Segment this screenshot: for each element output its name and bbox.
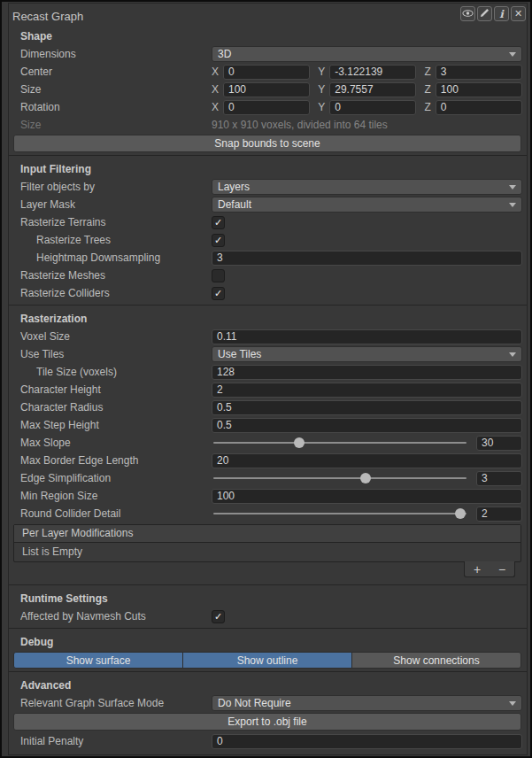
dropdown-arrow-icon <box>509 203 516 207</box>
min-region-size-field[interactable]: 100 <box>212 489 522 504</box>
remove-item-button[interactable]: − <box>498 563 505 576</box>
check-icon: ✓ <box>214 218 222 228</box>
max-border-edge-length-row: Max Border Edge Length 20 <box>9 452 527 469</box>
slider-handle[interactable] <box>455 508 466 519</box>
axis-z-label: Z <box>424 101 435 113</box>
voxel-size-label: Voxel Size <box>20 330 212 343</box>
character-radius-row: Character Radius 0.5 <box>9 398 527 416</box>
character-radius-field[interactable]: 0.5 <box>212 400 522 415</box>
section-divider <box>9 155 527 156</box>
rasterize-colliders-checkbox[interactable]: ✓ <box>212 287 225 300</box>
edge-simplification-value-field[interactable]: 3 <box>476 471 522 486</box>
character-height-label: Character Height <box>20 383 212 396</box>
edge-simplification-label: Edge Simplification <box>20 472 212 484</box>
visibility-toggle-button[interactable] <box>460 6 475 21</box>
rotation-label: Rotation <box>20 101 212 113</box>
section-heading-rasterization: Rasterization <box>9 308 527 328</box>
rasterize-meshes-row: Rasterize Meshes <box>9 267 527 284</box>
eye-icon <box>462 8 474 20</box>
max-slope-slider[interactable] <box>212 436 468 450</box>
max-border-edge-length-label: Max Border Edge Length <box>20 454 212 467</box>
voxel-info-row: Size 910 x 910 voxels, divided into 64 t… <box>9 116 527 134</box>
character-height-field[interactable]: 2 <box>212 383 522 398</box>
rasterize-meshes-label: Rasterize Meshes <box>20 269 212 282</box>
show-connections-button[interactable]: Show connections <box>351 652 521 669</box>
max-slope-value-field[interactable]: 30 <box>476 436 522 451</box>
rotation-z-field[interactable]: 0 <box>436 100 522 115</box>
use-tiles-row: Use Tiles Use Tiles <box>9 345 527 363</box>
rasterize-colliders-label: Rasterize Colliders <box>20 287 212 299</box>
heightmap-downsampling-field[interactable]: 3 <box>212 251 522 266</box>
size-row: Size X 100 Y 29.7557 Z 100 <box>9 81 527 98</box>
dimensions-dropdown[interactable]: 3D <box>212 46 522 62</box>
round-collider-detail-value-field[interactable]: 2 <box>476 507 522 522</box>
info-icon: i <box>499 9 504 19</box>
slider-track <box>213 442 466 444</box>
layer-mask-dropdown[interactable]: Default <box>212 197 522 213</box>
round-collider-detail-slider[interactable] <box>212 507 468 521</box>
per-layer-modifications-list: Per Layer Modifications List is Empty <box>13 524 521 562</box>
max-step-height-field[interactable]: 0.5 <box>212 418 522 433</box>
show-surface-button[interactable]: Show surface <box>13 652 183 669</box>
edge-simplification-row: Edge Simplification 3 <box>9 469 527 487</box>
max-step-height-row: Max Step Height 0.5 <box>9 416 527 434</box>
rasterize-meshes-checkbox[interactable] <box>212 269 225 282</box>
dropdown-arrow-icon <box>509 52 516 57</box>
use-tiles-dropdown[interactable]: Use Tiles <box>212 346 522 362</box>
rasterize-trees-checkbox[interactable]: ✓ <box>212 234 225 247</box>
dropdown-arrow-icon <box>509 701 516 706</box>
center-row: Center X 0 Y -3.122139 Z 3 <box>9 63 527 81</box>
axis-y-label: Y <box>318 83 329 96</box>
section-divider <box>9 628 527 629</box>
round-collider-detail-row: Round Collider Detail 2 <box>9 505 527 522</box>
delete-graph-button[interactable]: ✕ <box>511 6 526 21</box>
filter-objects-by-row: Filter objects by Layers <box>9 178 527 196</box>
max-slope-row: Max Slope 30 <box>9 434 527 452</box>
section-heading-advanced: Advanced <box>9 675 527 694</box>
snap-bounds-button[interactable]: Snap bounds to scene <box>13 135 521 152</box>
add-item-button[interactable]: + <box>474 563 481 576</box>
initial-penalty-row: Initial Penalty 0 <box>9 732 527 750</box>
section-divider <box>9 671 527 672</box>
center-z-field[interactable]: 3 <box>436 65 522 80</box>
rasterize-terrains-checkbox[interactable]: ✓ <box>212 216 225 229</box>
show-outline-button[interactable]: Show outline <box>182 652 352 669</box>
dimensions-label: Dimensions <box>20 48 212 60</box>
voxel-size-field[interactable]: 0.11 <box>212 329 522 344</box>
initial-penalty-field[interactable]: 0 <box>212 734 522 749</box>
axis-x-label: X <box>212 66 223 78</box>
min-region-size-label: Min Region Size <box>20 490 212 502</box>
center-y-field[interactable]: -3.122139 <box>329 65 416 80</box>
graph-title-row[interactable]: Recast Graph <box>9 4 527 26</box>
rasterize-trees-label: Rasterize Trees <box>20 234 212 246</box>
center-x-field[interactable]: 0 <box>223 65 310 80</box>
edge-simplification-slider[interactable] <box>212 471 468 485</box>
check-icon: ✓ <box>214 236 222 245</box>
export-obj-button[interactable]: Export to .obj file <box>13 713 521 731</box>
axis-x-label: X <box>212 101 223 113</box>
rotation-x-field[interactable]: 0 <box>223 100 310 115</box>
size-z-field[interactable]: 100 <box>436 82 522 97</box>
voxel-info-value: 910 x 910 voxels, divided into 64 tiles <box>212 119 388 131</box>
info-button[interactable]: i <box>494 6 509 21</box>
tile-size-field[interactable]: 128 <box>212 365 522 380</box>
max-border-edge-length-field[interactable]: 20 <box>212 453 522 468</box>
layer-mask-label: Layer Mask <box>20 198 212 211</box>
size-x-field[interactable]: 100 <box>223 82 310 97</box>
affected-by-navmesh-cuts-checkbox[interactable]: ✓ <box>212 610 225 623</box>
max-step-height-label: Max Step Height <box>20 419 212 431</box>
per-layer-modifications-header[interactable]: Per Layer Modifications <box>14 525 520 543</box>
slider-handle[interactable] <box>360 473 371 483</box>
rasterize-trees-row: Rasterize Trees ✓ <box>9 231 527 249</box>
debug-toggle-group: Show surface Show outline Show connectio… <box>13 652 521 669</box>
rotation-y-field[interactable]: 0 <box>329 100 416 115</box>
slider-handle[interactable] <box>294 437 305 448</box>
graph-header-icons: i ✕ <box>459 6 526 21</box>
dimensions-row: Dimensions 3D <box>9 45 527 63</box>
size-y-field[interactable]: 29.7557 <box>329 82 416 97</box>
edit-graph-button[interactable] <box>477 6 492 21</box>
filter-objects-by-value: Layers <box>218 181 250 193</box>
pencil-icon <box>480 8 490 20</box>
surface-mode-dropdown[interactable]: Do Not Require <box>212 695 522 711</box>
filter-objects-by-dropdown[interactable]: Layers <box>212 179 522 195</box>
